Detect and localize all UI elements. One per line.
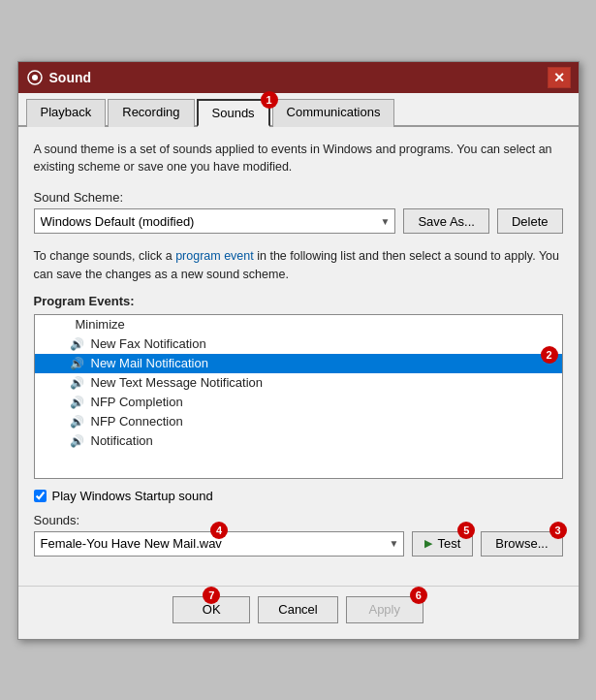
- annotation-7: 7: [203, 587, 220, 604]
- scheme-label: Sound Scheme:: [34, 190, 563, 205]
- annotation-6: 6: [410, 587, 427, 604]
- tab-content: A sound theme is a set of sounds applied…: [18, 127, 579, 586]
- scheme-description: A sound theme is a set of sounds applied…: [34, 141, 563, 177]
- annotation-3: 3: [549, 522, 567, 539]
- delete-button[interactable]: Delete: [497, 208, 563, 234]
- speaker-icon: 🔊: [70, 433, 85, 449]
- window-title: Sound: [49, 70, 548, 85]
- speaker-icon: 🔊: [70, 414, 85, 430]
- speaker-icon: 🔊: [70, 375, 85, 391]
- blank-icon: [54, 317, 70, 333]
- sound-select-wrapper: Female-You Have New Mail.wav 4: [34, 531, 405, 557]
- annotation-2: 2: [541, 346, 558, 364]
- close-button[interactable]: ✕: [548, 67, 571, 88]
- sounds-label: Sounds:: [34, 513, 563, 527]
- tab-sounds[interactable]: Sounds 1: [197, 99, 270, 127]
- tab-playback[interactable]: Playback: [26, 99, 107, 127]
- speaker-icon: 🔊: [70, 336, 85, 352]
- list-item-selected[interactable]: 🔊 New Mail Notification 2: [35, 354, 562, 373]
- annotation-1: 1: [261, 91, 278, 109]
- play-icon: ▶: [424, 537, 432, 550]
- change-description: To change sounds, click a program event …: [34, 247, 563, 284]
- scheme-select[interactable]: Windows Default (modified): [34, 208, 396, 234]
- save-as-button[interactable]: Save As...: [403, 208, 489, 234]
- scheme-row: Windows Default (modified) Save As... De…: [34, 208, 563, 234]
- program-events-list[interactable]: Minimize 🔊 New Fax Notification 🔊 New Ma…: [34, 314, 563, 479]
- program-events-label: Program Events:: [34, 294, 563, 308]
- list-item[interactable]: 🔊 New Text Message Notification: [35, 373, 562, 393]
- startup-sound-row: Play Windows Startup sound: [34, 489, 563, 503]
- annotation-4: 4: [210, 522, 228, 539]
- list-item[interactable]: 🔊 New Fax Notification: [35, 334, 562, 354]
- list-item[interactable]: 🔊 Notification: [35, 431, 562, 451]
- list-item[interactable]: 🔊 NFP Connection: [35, 412, 562, 431]
- list-item[interactable]: Minimize: [35, 315, 562, 334]
- cancel-button[interactable]: Cancel: [258, 596, 337, 623]
- tab-communications[interactable]: Communications: [272, 99, 395, 127]
- scheme-select-wrapper: Windows Default (modified): [34, 208, 396, 234]
- speaker-icon: 🔊: [70, 356, 85, 371]
- startup-sound-label[interactable]: Play Windows Startup sound: [52, 489, 213, 503]
- tab-bar: Playback Recording Sounds 1 Communicatio…: [18, 93, 579, 127]
- dialog-buttons: OK 7 Cancel Apply 6: [18, 586, 579, 639]
- app-icon: [26, 69, 44, 86]
- title-bar: Sound ✕: [18, 62, 579, 93]
- annotation-5: 5: [457, 522, 475, 539]
- speaker-icon: 🔊: [70, 395, 85, 410]
- tab-recording[interactable]: Recording: [108, 99, 194, 127]
- svg-point-1: [32, 75, 38, 80]
- sounds-row: Female-You Have New Mail.wav 4 ▶ Test 5 …: [34, 531, 563, 557]
- sound-dialog: Sound ✕ Playback Recording Sounds 1 Comm…: [17, 61, 580, 640]
- startup-sound-checkbox[interactable]: [34, 490, 47, 502]
- list-item[interactable]: 🔊 NFP Completion: [35, 393, 562, 412]
